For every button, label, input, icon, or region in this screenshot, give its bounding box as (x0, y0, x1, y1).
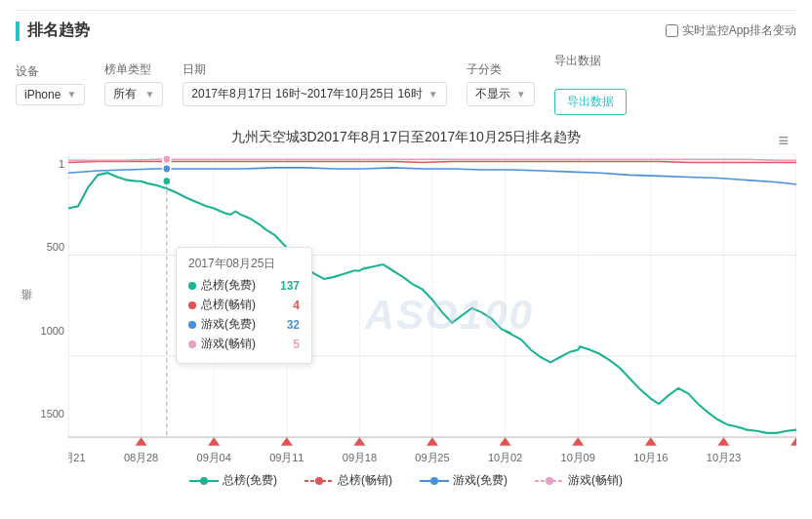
export-label: 导出数据 (554, 53, 627, 69)
svg-marker-23 (645, 437, 657, 446)
tooltip-label-1: 总榜(畅销) (201, 297, 289, 313)
export-button[interactable]: 导出数据 (554, 89, 627, 115)
svg-marker-18 (281, 437, 293, 446)
svg-text:10月09: 10月09 (561, 451, 595, 462)
tooltip-label-0: 总榜(免费) (201, 277, 276, 294)
svg-text:09月11: 09月11 (269, 451, 304, 462)
legend-item-0: 总榜(免费) (189, 472, 277, 489)
legend-label-2: 游戏(免费) (453, 472, 508, 489)
realtime-monitor-label: 实时监控App排名变动 (682, 22, 796, 39)
legend-line-1 (304, 475, 334, 487)
tooltip-dot-2 (188, 321, 196, 329)
tooltip-dot-0 (188, 282, 196, 290)
date-filter-group: 日期 2017年8月17日 16时~2017年10月25日 16时 ▼ (183, 61, 446, 106)
tooltip-value-3: 5 (293, 338, 300, 351)
device-arrow-icon: ▼ (66, 89, 76, 100)
chart-tooltip: 2017年08月25日 总榜(免费) 137 总榜(畅销) 4 游戏(免费) (176, 247, 312, 364)
svg-text:10月02: 10月02 (488, 451, 522, 462)
legend-row: 总榜(免费) 总榜(畅销) 游戏(免费) (16, 472, 796, 489)
section-title-text: 排名趋势 (27, 20, 90, 41)
device-select[interactable]: iPhone ▼ (16, 84, 85, 105)
svg-marker-20 (426, 437, 438, 446)
chart-svg-area: ASO100 (68, 154, 796, 466)
legend-label-0: 总榜(免费) (223, 472, 277, 489)
ranktype-select[interactable]: 所有 ▼ (104, 82, 163, 106)
legend-item-2: 游戏(免费) (420, 472, 508, 489)
realtime-monitor-checkbox[interactable] (666, 24, 678, 37)
y-tick-500: 500 (37, 241, 64, 253)
svg-marker-21 (500, 437, 511, 446)
legend-line-3 (535, 475, 564, 487)
ranktype-arrow-icon: ▼ (144, 89, 154, 100)
subcategory-arrow-icon: ▼ (516, 89, 526, 100)
svg-point-37 (163, 177, 171, 185)
svg-point-40 (163, 155, 171, 164)
svg-text:10月16: 10月16 (633, 451, 668, 462)
tooltip-item-2: 游戏(免费) 32 (188, 316, 300, 333)
svg-marker-22 (572, 437, 584, 446)
export-filter-group: 导出数据 导出数据 (554, 53, 627, 115)
svg-point-44 (315, 477, 323, 485)
tooltip-date: 2017年08月25日 (188, 256, 300, 272)
svg-text:09月18: 09月18 (343, 451, 377, 462)
chart-title: 九州天空城3D2017年8月17日至2017年10月25日排名趋势 (16, 129, 796, 146)
date-value: 2017年8月17日 16时~2017年10月25日 16时 (191, 86, 422, 102)
tooltip-item-1: 总榜(畅销) 4 (188, 297, 300, 313)
tooltip-dot-1 (188, 301, 196, 309)
filter-row: 设备 iPhone ▼ 榜单类型 所有 ▼ 日期 2017年8月17日 16时~… (16, 53, 796, 115)
svg-point-39 (163, 165, 171, 174)
svg-marker-19 (353, 437, 365, 446)
tooltip-item-0: 总榜(免费) 137 (188, 277, 300, 294)
legend-line-2 (420, 475, 449, 487)
svg-text:08月28: 08月28 (124, 451, 158, 462)
subcategory-filter-group: 子分类 不显示 ▼ (467, 61, 535, 106)
legend-line-0 (189, 475, 219, 487)
device-filter-group: 设备 iPhone ▼ (16, 63, 85, 105)
date-select[interactable]: 2017年8月17日 16时~2017年10月25日 16时 ▼ (183, 82, 446, 106)
tooltip-value-0: 137 (280, 279, 300, 293)
legend-item-1: 总榜(畅销) (304, 472, 392, 489)
legend-label-1: 总榜(畅销) (338, 472, 392, 489)
header-row: 排名趋势 实时监控App排名变动 (16, 20, 796, 41)
tooltip-label-3: 游戏(畅销) (201, 336, 289, 352)
y-tick-1500: 1500 (37, 408, 64, 419)
ranktype-value: 所有 (113, 86, 137, 102)
ranktype-filter-group: 榜单类型 所有 ▼ (104, 61, 163, 106)
device-label: 设备 (16, 63, 85, 80)
svg-text:09月25: 09月25 (415, 451, 449, 462)
subcategory-label: 子分类 (467, 61, 535, 78)
tooltip-value-1: 4 (293, 299, 300, 312)
y-tick-1: 1 (37, 158, 64, 170)
chart-menu-icon[interactable]: ≡ (778, 131, 789, 151)
svg-point-42 (200, 477, 208, 485)
svg-marker-16 (136, 437, 147, 446)
date-label: 日期 (183, 61, 446, 78)
tooltip-value-2: 32 (287, 318, 300, 332)
realtime-monitor: 实时监控App排名变动 (666, 22, 796, 39)
svg-marker-25 (791, 437, 796, 446)
subcategory-value: 不显示 (475, 86, 510, 102)
subcategory-select[interactable]: 不显示 ▼ (467, 82, 535, 106)
section-title: 排名趋势 (16, 20, 90, 41)
svg-marker-17 (208, 437, 220, 446)
chart-wrapper: 九州天空城3D2017年8月17日至2017年10月25日排名趋势 ≡ 排名 1… (16, 129, 796, 489)
svg-point-46 (430, 477, 438, 485)
date-arrow-icon: ▼ (428, 89, 438, 100)
tooltip-item-3: 游戏(畅销) 5 (188, 336, 300, 352)
svg-text:09月04: 09月04 (197, 451, 232, 462)
svg-text:08月21: 08月21 (68, 451, 86, 462)
legend-label-3: 游戏(畅销) (568, 472, 623, 489)
svg-marker-24 (717, 437, 729, 446)
svg-point-48 (546, 477, 553, 485)
top-divider (16, 10, 796, 11)
device-value: iPhone (24, 88, 61, 101)
ranktype-label: 榜单类型 (104, 61, 163, 78)
legend-item-3: 游戏(畅销) (535, 472, 623, 489)
y-tick-1000: 1000 (37, 325, 64, 337)
tooltip-dot-3 (188, 340, 196, 348)
svg-text:10月23: 10月23 (707, 451, 741, 462)
tooltip-label-2: 游戏(免费) (201, 316, 283, 333)
